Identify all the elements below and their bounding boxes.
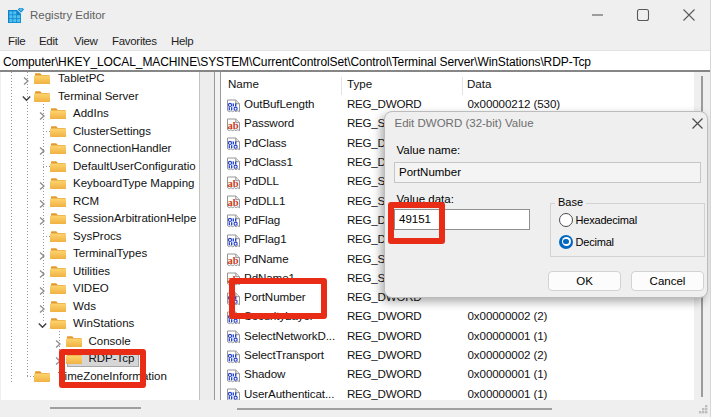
svg-text:ab: ab bbox=[228, 120, 239, 131]
svg-text:ab: ab bbox=[228, 197, 239, 208]
svg-text:ab: ab bbox=[228, 178, 239, 189]
svg-text:ab: ab bbox=[228, 255, 239, 266]
